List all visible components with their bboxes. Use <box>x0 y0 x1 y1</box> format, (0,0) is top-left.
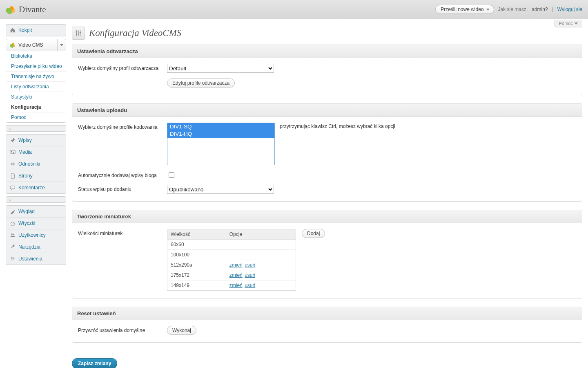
collapse-menu-button[interactable]: « <box>6 196 66 203</box>
separator: | <box>552 7 553 12</box>
sidebar-item-pages[interactable]: Strony <box>6 170 66 182</box>
sidebar-item-label: Strony <box>18 173 33 179</box>
sidebar-item-tools[interactable]: Narzędzia <box>6 241 66 253</box>
thumb-size-cell: 512x290a <box>167 260 226 270</box>
svg-point-1 <box>11 151 12 153</box>
comment-icon <box>10 185 16 191</box>
sub-item-library[interactable]: Biblioteka <box>6 51 66 61</box>
sidebar-item-label: Komentarze <box>18 185 45 191</box>
sidebar-item-dashboard[interactable]: Kokpit <box>6 25 66 36</box>
thumb-size-cell: 149x149 <box>167 280 226 291</box>
sidebar-item-label: Kokpit <box>18 27 32 33</box>
link-icon <box>10 161 16 167</box>
sub-item-upload[interactable]: Przesyłanie pliku wideo <box>6 61 66 71</box>
sidebar-item-media[interactable]: Media <box>6 146 66 158</box>
sidebar-item-users[interactable]: Użytkownicy <box>6 229 66 241</box>
top-bar: Divante Prześlij nowe wideo Jak się masz… <box>0 0 588 19</box>
thumb-change-link[interactable]: zmień <box>229 283 243 288</box>
sidebar-item-label: Użytkownicy <box>18 232 46 238</box>
videocms-icon <box>10 42 16 48</box>
help-tab[interactable]: Pomoc <box>555 20 582 27</box>
collapse-icon: « <box>9 197 11 202</box>
page-header: Konfiguracja VideoCMS <box>72 27 582 40</box>
media-icon <box>10 149 16 155</box>
current-user-link[interactable]: admin? <box>532 7 548 12</box>
settings-icon <box>10 256 16 262</box>
sidebar-item-links[interactable]: Odnośniki <box>6 158 66 170</box>
sub-item-live[interactable]: Transmisje na żywo <box>6 71 66 81</box>
sidebar-item-comments[interactable]: Komentarze <box>6 182 66 193</box>
sidebar-item-label: Video CMS <box>18 42 43 48</box>
encoding-profiles-select[interactable]: DIV1-SQ DIV1-HQ <box>167 123 275 165</box>
thumb-delete-link[interactable]: usuń <box>245 262 255 268</box>
sidebar-item-plugins[interactable]: Wtyczki <box>6 217 66 229</box>
panel-title: Reset ustawień <box>72 307 582 320</box>
upload-video-label: Prześlij nowe wideo <box>441 7 483 12</box>
panel-player-settings: Ustawienia odtwarzacza Wybierz domyślny … <box>72 45 582 95</box>
upload-video-button[interactable]: Prześlij nowe wideo <box>435 5 494 14</box>
sidebar-item-settings[interactable]: Ustawienia <box>6 253 66 265</box>
sub-item-stats[interactable]: Statystyki <box>6 92 66 102</box>
videocms-submenu: Biblioteka Przesyłanie pliku wideo Trans… <box>6 51 66 122</box>
help-tab-label: Pomoc <box>559 21 573 26</box>
auto-blog-checkbox[interactable] <box>169 172 174 178</box>
greeting-text: Jak się masz, <box>498 7 528 12</box>
sidebar-item-label: Wpisy <box>18 137 32 143</box>
svg-point-3 <box>13 234 14 235</box>
brand-logo-icon <box>6 4 16 14</box>
reset-label: Przywróć ustawienia domyślne <box>78 326 167 334</box>
svg-point-6 <box>11 260 12 260</box>
svg-rect-8 <box>78 34 79 34</box>
page-icon <box>10 173 16 179</box>
submenu-toggle[interactable] <box>57 39 66 51</box>
table-row: 60x60 <box>167 240 296 250</box>
thumb-change-link[interactable]: zmień <box>229 272 243 278</box>
sidebar-item-posts[interactable]: Wpisy <box>6 135 66 146</box>
table-row: 100x100 <box>167 250 296 260</box>
sub-item-playlists[interactable]: Listy odtwarzania <box>6 81 66 92</box>
collapse-menu-button[interactable]: « <box>6 125 66 132</box>
panel-title: Tworzenie miniaturek <box>72 210 582 223</box>
sidebar-item-label: Media <box>18 149 32 155</box>
svg-rect-7 <box>76 31 77 32</box>
logout-link[interactable]: Wyloguj się <box>557 7 582 12</box>
add-thumb-size-button[interactable]: Dodaj <box>302 229 325 238</box>
thumb-change-link[interactable]: zmień <box>229 262 243 268</box>
thumb-ops-cell: zmień usuń <box>226 260 296 270</box>
brand[interactable]: Divante <box>6 4 46 15</box>
auto-blog-label: Automatycznie dodawaj wpisy bloga <box>78 171 167 179</box>
plugin-icon <box>10 220 16 226</box>
reset-execute-button[interactable]: Wykonaj <box>167 326 196 335</box>
sub-item-config[interactable]: Konfiguracja <box>6 102 66 112</box>
thumb-ops-cell: zmień usuń <box>226 280 296 291</box>
edit-player-profiles-button[interactable]: Edytuj profile odtwarzacza <box>167 79 235 88</box>
table-row: 512x290azmień usuń <box>167 260 296 270</box>
sidebar-item-label: Narzędzia <box>18 244 40 250</box>
svg-point-2 <box>11 233 13 235</box>
thumb-sizes-table: Wielkość Opcje 60x60100x100512x290azmień… <box>167 229 296 291</box>
save-changes-button[interactable]: Zapisz zmiany <box>72 358 117 368</box>
panel-title: Ustawienia odtwarzacza <box>72 45 582 58</box>
thumb-ops-cell <box>226 250 296 260</box>
thumb-ops-cell: zmień usuń <box>226 270 296 280</box>
post-status-select[interactable]: Opublikowano <box>167 185 274 194</box>
player-profile-label: Wybierz domyślny profil odtwarzacza <box>78 64 167 72</box>
topbar-right: Prześlij nowe wideo Jak się masz, admin?… <box>435 5 582 14</box>
table-row: 175x172zmień usuń <box>167 270 296 280</box>
thumb-delete-link[interactable]: usuń <box>245 272 255 278</box>
admin-sidebar: Kokpit Video CMS Biblioteka Przesyłanie … <box>6 24 66 267</box>
player-profile-select[interactable]: Default <box>167 64 274 73</box>
col-ops: Opcje <box>226 229 296 240</box>
sub-item-help[interactable]: Pomoc <box>6 112 66 122</box>
thumb-delete-link[interactable]: usuń <box>245 283 255 288</box>
sidebar-item-videocms[interactable]: Video CMS <box>6 39 66 51</box>
encoding-profiles-hint: przytrzymując klawisz Ctrl, możesz wybra… <box>280 123 395 129</box>
thumb-size-cell: 60x60 <box>167 240 226 250</box>
panel-thumbnails: Tworzenie miniaturek Wielkości miniature… <box>72 210 582 298</box>
chevron-down-icon <box>575 22 578 25</box>
tools-icon <box>10 244 16 250</box>
sidebar-item-appearance[interactable]: Wygląd <box>6 206 66 217</box>
sidebar-item-label: Wtyczki <box>18 220 35 226</box>
svg-rect-9 <box>80 32 81 33</box>
col-size: Wielkość <box>167 229 226 240</box>
